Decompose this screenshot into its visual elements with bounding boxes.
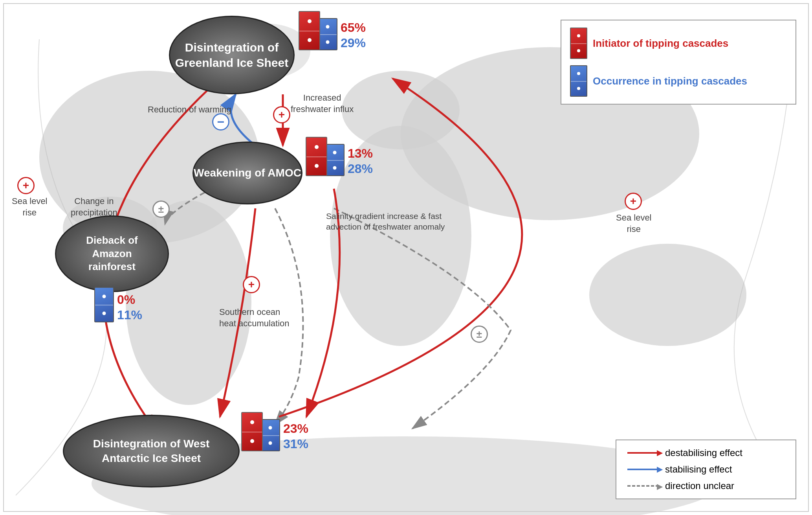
destabilising-arrow-icon: [627, 452, 659, 454]
wais-pct-red: 23%: [283, 421, 308, 436]
label-sealevel-right: Sea levelrise: [616, 212, 652, 235]
legend-stabilising: stabilising effect: [627, 464, 785, 475]
sign-reduction-minus: −: [212, 113, 229, 131]
domino-greenland: 65% 29%: [299, 11, 366, 50]
wais-label: Disintegration of WestAntarctic Ice Shee…: [93, 437, 210, 465]
unclear-arrow-icon: [627, 485, 659, 487]
sign-sealevel-left-plus: +: [17, 177, 35, 194]
occurrence-label: Occurrence in tipping cascades: [593, 75, 747, 87]
wais-pct-blue: 31%: [283, 436, 308, 451]
label-sealevel-left: Sea levelrise: [12, 196, 48, 218]
domino-wais: 23% 31%: [241, 412, 308, 451]
sign-freshwater-plus: +: [273, 106, 290, 123]
greenland-pct-blue: 29%: [341, 35, 366, 50]
legend-bottom: destabilising effect stabilising effect …: [616, 440, 796, 499]
label-salinity-gradient: Salinity gradient increase & fastadvecti…: [326, 211, 445, 232]
label-southern-ocean: Southern oceanheat accumulation: [219, 307, 290, 329]
greenland-pct-red: 65%: [341, 20, 366, 35]
label-change-precipitation: Change inprecipitation: [71, 196, 117, 218]
amoc-label: Weakening of AMOC: [194, 166, 301, 180]
amazon-pct-red: 0%: [117, 292, 142, 307]
stabilising-label: stabilising effect: [665, 464, 732, 475]
sign-southern-plus: +: [243, 276, 260, 293]
label-reduction-warming: Reduction of warming: [148, 104, 231, 116]
legend-initiator: Initiator of tipping cascades: [570, 28, 787, 59]
main-diagram: Disintegration of Greenland Ice Sheet We…: [0, 0, 812, 515]
sign-southern-pm: ±: [471, 326, 488, 343]
label-increased-freshwater: Increasedfreshwater influx: [291, 92, 354, 115]
svg-point-7: [589, 244, 746, 346]
stabilising-arrow-icon: [627, 469, 659, 470]
unclear-label: direction unclear: [665, 480, 734, 491]
domino-amoc: 13% 28%: [306, 137, 373, 176]
initiator-label: Initiator of tipping cascades: [593, 37, 728, 50]
node-amazon: Dieback ofAmazonrainforest: [55, 215, 169, 292]
amoc-pct-blue: 28%: [348, 161, 373, 176]
domino-amazon: 0% 11%: [94, 287, 142, 322]
legend-destabilising: destabilising effect: [627, 447, 785, 458]
amazon-pct-blue: 11%: [117, 307, 142, 322]
node-wais: Disintegration of WestAntarctic Ice Shee…: [63, 415, 240, 487]
destabilising-label: destabilising effect: [665, 447, 742, 458]
sign-precipitation-pm: ±: [152, 200, 170, 218]
greenland-label: Disintegration of Greenland Ice Sheet: [170, 40, 293, 70]
sign-sealevel-right-plus: +: [625, 193, 642, 210]
node-amoc: Weakening of AMOC: [192, 142, 302, 204]
amoc-pct-red: 13%: [348, 146, 373, 161]
legend-unclear: direction unclear: [627, 480, 785, 491]
legend-occurrence: Occurrence in tipping cascades: [570, 65, 787, 97]
amazon-label: Dieback ofAmazonrainforest: [86, 234, 138, 274]
node-greenland: Disintegration of Greenland Ice Sheet: [169, 16, 295, 94]
legend-top: Initiator of tipping cascades Occurrence…: [561, 20, 796, 105]
